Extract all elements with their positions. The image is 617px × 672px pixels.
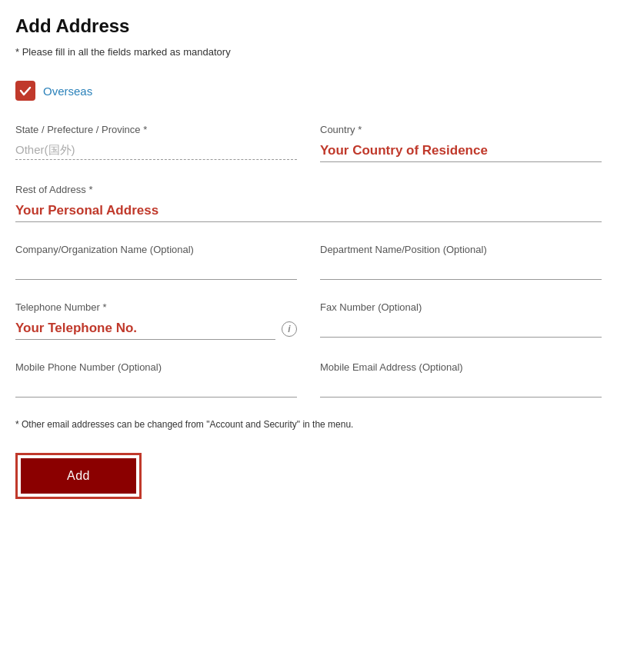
country-input[interactable] xyxy=(320,140,602,162)
address-row: Rest of Address * xyxy=(15,184,602,222)
company-input[interactable] xyxy=(15,260,297,280)
department-input[interactable] xyxy=(320,260,602,280)
company-group: Company/Organization Name (Optional) xyxy=(15,244,297,280)
add-button-wrapper: Add xyxy=(15,453,142,499)
email-label: Mobile Email Address (Optional) xyxy=(320,361,602,373)
page-title: Add Address xyxy=(15,15,602,37)
country-group: Country * xyxy=(320,124,602,162)
overseas-label[interactable]: Overseas xyxy=(43,85,92,98)
mobile-group: Mobile Phone Number (Optional) xyxy=(15,361,297,398)
mobile-input[interactable] xyxy=(15,378,297,398)
country-label: Country * xyxy=(320,124,602,135)
email-note: * Other email addresses can be changed f… xyxy=(15,419,602,430)
state-input[interactable] xyxy=(15,140,297,160)
add-button[interactable]: Add xyxy=(21,458,136,494)
telephone-label: Telephone Number * xyxy=(15,301,297,313)
fax-input[interactable] xyxy=(320,318,602,338)
state-label: State / Prefecture / Province * xyxy=(15,124,297,135)
state-country-row: State / Prefecture / Province * Country … xyxy=(15,124,602,162)
telephone-input[interactable] xyxy=(15,318,275,340)
mandatory-note: * Please fill in all the fields marked a… xyxy=(15,46,602,58)
email-group: Mobile Email Address (Optional) xyxy=(320,361,602,398)
fax-group: Fax Number (Optional) xyxy=(320,301,602,340)
telephone-input-row: i xyxy=(15,318,297,340)
state-group: State / Prefecture / Province * xyxy=(15,124,297,162)
telephone-info-icon[interactable]: i xyxy=(282,321,297,337)
department-label: Department Name/Position (Optional) xyxy=(320,244,602,255)
address-input[interactable] xyxy=(15,200,602,222)
fax-label: Fax Number (Optional) xyxy=(320,301,602,313)
company-department-row: Company/Organization Name (Optional) Dep… xyxy=(15,244,602,280)
address-group: Rest of Address * xyxy=(15,184,602,222)
overseas-row: Overseas xyxy=(15,81,602,101)
overseas-checkbox[interactable] xyxy=(15,81,35,101)
address-label: Rest of Address * xyxy=(15,184,602,195)
telephone-fax-row: Telephone Number * i Fax Number (Optiona… xyxy=(15,301,602,340)
department-group: Department Name/Position (Optional) xyxy=(320,244,602,280)
mobile-email-row: Mobile Phone Number (Optional) Mobile Em… xyxy=(15,361,602,398)
company-label: Company/Organization Name (Optional) xyxy=(15,244,297,255)
email-input[interactable] xyxy=(320,378,602,398)
mobile-label: Mobile Phone Number (Optional) xyxy=(15,361,297,373)
telephone-group: Telephone Number * i xyxy=(15,301,297,340)
